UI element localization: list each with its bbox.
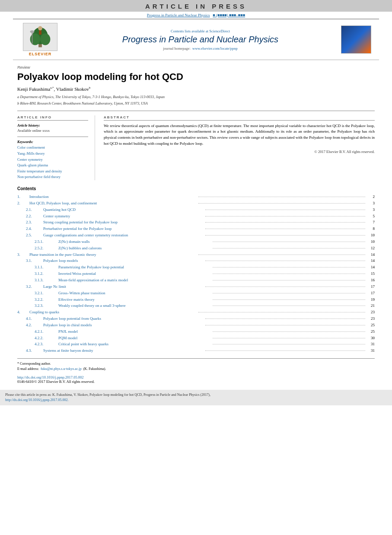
- doi-link[interactable]: http://dx.doi.org/10.1016/j.ppnp.2017.05…: [17, 375, 84, 379]
- toc-page: 15: [367, 271, 375, 277]
- toc-label: Quantizing hot QCD: [43, 207, 204, 213]
- toc-label: Center symmetry: [43, 213, 204, 220]
- toc-item: 2.4.Perturbative potential for the Polya…: [17, 226, 375, 232]
- journal-ref: Progress in Particle and Nuclear Physics: [147, 13, 210, 17]
- toc-label: Coupling to quarks: [29, 309, 197, 315]
- main-content: Review Polyakov loop modeling for hot QC…: [17, 60, 375, 384]
- copyright-text: © 2017 Elsevier B.V. All rights reserved…: [104, 150, 375, 154]
- svg-point-7: [30, 30, 35, 33]
- elsevier-logo-img: [23, 23, 57, 51]
- toc-item: 4.1.Polyakov loop potential from Quarks2…: [17, 315, 375, 322]
- toc-number: 4.2.1.: [35, 328, 58, 335]
- email-link[interactable]: fuku@nt.phys.s.u-tokyo.ac.jp: [41, 367, 82, 371]
- contents-title: Contents: [17, 186, 375, 191]
- toc-number: 2.2.: [26, 213, 43, 220]
- svg-rect-5: [39, 30, 41, 35]
- toc-item: 4.3.Systems at finite baryon density31: [17, 347, 375, 354]
- toc-dots: [213, 267, 365, 268]
- toc-dots: [198, 255, 366, 255]
- toc-item: 3.2.Large Nc limit17: [17, 283, 375, 290]
- toc-number: 3.2.2.: [35, 296, 58, 303]
- homepage-url[interactable]: www.elsevier.com/locate/ppnp: [192, 46, 238, 51]
- toc-label: PQM model: [58, 335, 211, 341]
- toc-item: 4.2.Polyakov loop in chiral models25: [17, 322, 375, 328]
- toc-number: 2.: [17, 200, 29, 207]
- toc-item: 3.2.1.Gross–Witten phase transition17: [17, 290, 375, 296]
- affiliation-a: a Department of Physics, The University …: [17, 94, 375, 100]
- toc-dots: [213, 274, 365, 274]
- keywords-list: Color confinementYang–Mills theoryCenter…: [17, 145, 88, 180]
- toc-number: 4.3.: [26, 347, 43, 354]
- toc-number: 1.: [17, 194, 29, 200]
- toc-label: Gross–Witten phase transition: [58, 290, 211, 296]
- toc-label: Effective matrix theory: [58, 296, 211, 303]
- toc-dots: [205, 350, 366, 351]
- elsevier-logo: ELSEVIER: [21, 23, 60, 56]
- toc-label: Gauge configurations and center symmetry…: [43, 232, 204, 239]
- email-label: E-mail address:: [17, 367, 39, 371]
- toc-page: 14: [367, 264, 375, 271]
- author-fukushima: Kenji Fukushima: [17, 86, 50, 92]
- toc-number: 3.1.2.: [35, 271, 58, 277]
- citation-text: Please cite this article in press as: K.…: [5, 393, 210, 397]
- elsevier-label: ELSEVIER: [29, 52, 52, 56]
- toc-number: 3.2.1.: [35, 290, 58, 296]
- author-b-sup: b: [89, 86, 91, 89]
- toc-page: 7: [367, 219, 375, 226]
- elsevier-tree-svg: [23, 23, 57, 49]
- toc-dots: [205, 235, 366, 236]
- sciencedirect-link: Contents lists available at ScienceDirec…: [67, 29, 333, 33]
- toc-dots: [205, 318, 366, 319]
- toc-page: 10: [367, 239, 375, 245]
- toc-dots: [213, 299, 365, 300]
- toc-dots: [213, 344, 365, 344]
- info-abstract-section: ARTICLE INFO Article history: Available …: [17, 115, 375, 180]
- toc-page: 2: [367, 194, 375, 200]
- toc-label: Z(Nc) domain walls: [58, 239, 211, 245]
- toc-page: 23: [367, 309, 375, 315]
- toc-item: 3.1.Polyakov loop models14: [17, 258, 375, 264]
- toc-label: Large Nc limit: [43, 283, 204, 290]
- toc-label: Weakly coupled theory on a small 3-spher…: [58, 303, 211, 309]
- toc-page: 17: [367, 283, 375, 290]
- toc-number: 2.4.: [26, 226, 43, 232]
- toc-number: 3.: [17, 252, 29, 258]
- affiliation-b: b Riken-BNL Research Center, Brookhaven …: [17, 101, 375, 106]
- toc-label: Z(Nc) bubbles and calorons: [58, 245, 211, 252]
- citation-url[interactable]: http://dx.doi.org/10.1016/j.ppnp.2017.05…: [5, 398, 69, 402]
- toc-number: 3.1.1.: [35, 264, 58, 271]
- toc-page: 12: [367, 245, 375, 252]
- toc-item: 4.Coupling to quarks23: [17, 309, 375, 315]
- toc-page: 3: [367, 207, 375, 213]
- toc-page: 10: [367, 232, 375, 239]
- svg-point-3: [40, 33, 50, 45]
- toc-page: 5: [367, 213, 375, 220]
- toc-item: 4.2.1.PNJL model25: [17, 328, 375, 335]
- toc-label: Inverted Weiss potential: [58, 271, 211, 277]
- keyword-item: Finite temperature and density: [17, 169, 88, 175]
- toc-dots: [213, 248, 365, 248]
- footnote-star: * Corresponding author.: [17, 361, 375, 366]
- toc-item: 3.2.3.Weakly coupled theory on a small 3…: [17, 303, 375, 309]
- toc-page: 16: [367, 277, 375, 283]
- toc-page: 17: [367, 290, 375, 296]
- section-label: Review: [17, 65, 375, 70]
- toc-label: Polyakov loop in chiral models: [43, 322, 204, 328]
- toc-item: 2.3.Strong coupling potential for the Po…: [17, 219, 375, 226]
- toc-dots: [205, 216, 366, 217]
- abstract-text: We review theoretical aspects of quantum…: [104, 123, 375, 147]
- journal-cover-image: [341, 25, 371, 54]
- toc-dots: [213, 280, 365, 280]
- footnote-section: * Corresponding author. E-mail address: …: [17, 358, 375, 372]
- footnote-email: E-mail address: fuku@nt.phys.s.u-tokyo.a…: [17, 366, 375, 372]
- toc-dots: [205, 229, 366, 229]
- citation-bar: Please cite this article in press as: K.…: [0, 390, 392, 405]
- journal-title-header: Progress in Particle and Nuclear Physics: [67, 35, 333, 45]
- toc-item: 2.5.1.Z(Nc) domain walls10: [17, 239, 375, 245]
- sciencedirect-text: Contents lists available at ScienceDirec…: [171, 29, 230, 33]
- toc-label: Perturbative potential for the Polyakov …: [43, 226, 204, 232]
- keyword-item: Yang–Mills theory: [17, 151, 88, 157]
- toc-dots: [213, 242, 365, 242]
- toc-item: 2.Hot QCD, Polyakov loop, and confinemen…: [17, 200, 375, 207]
- toc-dots: [213, 293, 365, 293]
